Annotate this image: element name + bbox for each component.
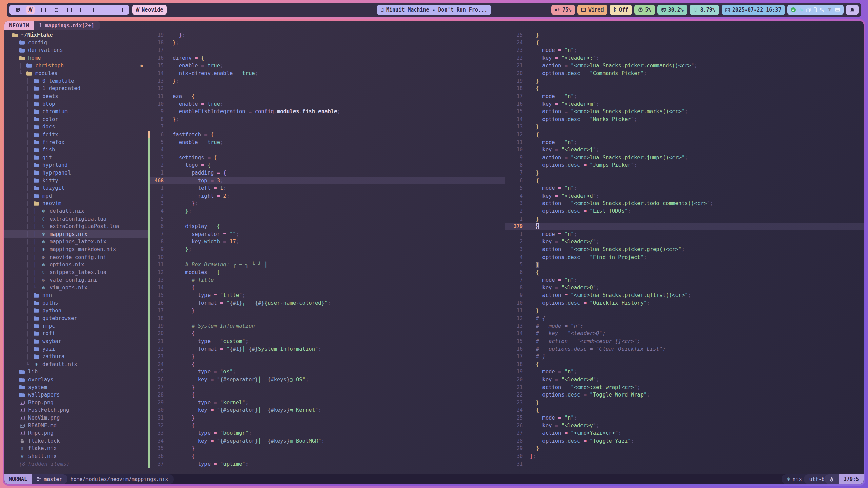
code-line[interactable]: 21 action = "<cmd>:set wrap!<cr>"; [505,383,864,391]
code-line[interactable]: 18 { [505,85,864,93]
code-line[interactable]: 19 } [505,77,864,85]
tab-mappings-nix[interactable]: 1 mappings.nix[2+] [34,21,100,30]
code-line[interactable]: 1 } [505,215,864,223]
code-line[interactable]: 14 { [148,284,505,292]
tree-item-derivations[interactable]: derivations [4,46,148,54]
tree-item-qutebrowser[interactable]: │qutebrowser [4,314,148,322]
tray-window-icon[interactable] [806,8,811,12]
code-line[interactable]: 23 } [148,353,505,361]
code-line[interactable]: 15 action = "<cmd>lua Snacks.picker.mark… [505,108,864,116]
code-line[interactable]: 7 [148,123,505,131]
code-line[interactable]: 29 type = "kernel"; [148,399,505,407]
code-line[interactable]: 31 [505,460,864,468]
tree-item-Btop.png[interactable]: Btop.png [4,399,148,407]
code-line[interactable]: 19 mode = "n"; [505,368,864,376]
tray-funnel-icon[interactable] [827,8,832,12]
code-line[interactable]: 11 # Box Drawing: ╭ ─ ╮ ╰ ╯ │ [148,261,505,269]
tree-item-rmpc[interactable]: │rmpc [4,322,148,330]
code-line[interactable]: 32 { [148,422,505,429]
code-line[interactable]: 23 } [505,399,864,407]
code-line[interactable]: 1 mode = "n"; [505,230,864,238]
tree-item-Rmpc.png[interactable]: Rmpc.png [4,429,148,437]
workspace-3-square-icon[interactable] [39,6,47,14]
tree-item-btop[interactable]: │btop [4,100,148,108]
tree-item-kitty[interactable]: │kitty [4,177,148,184]
code-line[interactable]: 37 type = "uptime"; [148,460,505,468]
tree-item-modules[interactable]: └modules [4,69,148,77]
code-line[interactable]: 20 key = "<leader>W"; [505,376,864,384]
tree-item-hyprland[interactable]: │hyprland [4,161,148,169]
workspace-switcher[interactable]: N [9,5,129,15]
tree-item-NeoVim.png[interactable]: NeoVim.png [4,414,148,422]
code-line[interactable]: 34 key = "{#separator}│ {#keys}▥ BootMGR… [148,437,505,445]
code-line[interactable]: 14 options.desc = "Marks Picker"; [505,116,864,123]
code-line[interactable]: 28 { [148,391,505,399]
code-line[interactable]: 18}; [148,39,505,47]
code-line[interactable]: 33 type = "bootmgr"; [148,429,505,437]
tree-item-extraConfigLua.lua[interactable]: ││☾extraConfigLua.lua [4,215,148,223]
tree-item-paths[interactable]: │paths [4,299,148,307]
code-line[interactable]: 24 { [505,406,864,414]
code-line[interactable]: 19 # System Information [148,322,505,330]
code-line[interactable]: 22 format = "{#1}│ {#}System Information… [148,345,505,353]
code-line[interactable]: 16 # options.desc = "Clear Quickfix List… [505,345,864,353]
code-line[interactable]: 8}; [148,116,505,123]
code-line[interactable]: 3 action = "<cmd>lua Snacks.picker.todo_… [505,200,864,207]
tree-item-vale_config.ini[interactable]: ││⚙vale_config.ini [4,276,148,284]
code-line[interactable]: 14 nix-direnv.enable = true; [148,69,505,77]
tree-item-fcitx[interactable]: │fcitx [4,131,148,139]
code-line[interactable]: 17 [148,46,505,54]
code-line[interactable]: 11eza = { [148,93,505,100]
code-line[interactable]: 11 mode = "n"; [505,138,864,146]
code-line[interactable]: 3 settings = { [148,154,505,162]
code-line[interactable]: 7 mode = "n"; [505,276,864,284]
code-line[interactable]: 10 key = "<leader>j"; [505,146,864,154]
code-line[interactable]: 22 key = "<leader>:"; [505,54,864,62]
code-line[interactable]: 16 format = "{#1}╭── {#}{user-name-color… [148,299,505,307]
code-line[interactable]: 2 key = "<leader>/"; [505,238,864,246]
code-line[interactable]: 10 [148,253,505,261]
code-line-current[interactable]: 468 top = 3; [148,177,505,184]
tree-item-mappings_latex.nix[interactable]: ││❄mappings_latex.nix [4,238,148,246]
tree-item-neovide_config.ini[interactable]: ││⚙neovide_config.ini [4,253,148,261]
code-line[interactable]: 8 key.width = 17; [148,238,505,246]
tree-item-yazi[interactable]: │yazi [4,345,148,353]
code-line[interactable]: 30]; [505,452,864,460]
tree-item-fish[interactable]: │fish [4,146,148,154]
tree-item-python[interactable]: │python [4,307,148,314]
workspace-8-square-icon[interactable] [104,6,112,14]
tree-item-git[interactable]: │git [4,154,148,162]
tree-item-mpd[interactable]: │mpd [4,192,148,200]
code-line[interactable]: 12 # { [505,314,864,322]
code-line[interactable]: 9 enableFishIntegration = config.modules… [148,108,505,116]
tree-item-1_deprecated[interactable]: │1_deprecated [4,85,148,93]
tree-item-neovim[interactable]: │neovim [4,200,148,207]
code-line[interactable]: 27 action = "<cmd>Yazi<cr>"; [505,429,864,437]
code-line[interactable]: 9 action = "<cmd>lua Snacks.picker.jumps… [505,154,864,162]
code-line[interactable]: 15 enable = true; [148,62,505,69]
code-line[interactable]: 18 { [505,361,864,368]
code-line[interactable]: 21 type = "custom"; [148,338,505,345]
tree-item-firefox[interactable]: │firefox [4,138,148,146]
code-line[interactable]: 31 } [148,414,505,422]
tree-item-README.md[interactable]: README.md [4,422,148,429]
tree-item-mappings.nix[interactable]: ││❄mappings.nix [4,230,148,238]
tree-item-zathura[interactable]: │zathura [4,353,148,361]
code-line[interactable]: 3 }; [148,200,505,207]
code-line[interactable]: 36 { [148,452,505,460]
tree-item-beets[interactable]: │beets [4,93,148,100]
code-line[interactable]: 13}; [148,77,505,85]
tree-item-FastFetch.png[interactable]: FastFetch.png [4,406,148,414]
code-line[interactable]: 25 mode = "n"; [505,414,864,422]
tree-item-0_template[interactable]: │0_template [4,77,148,85]
clock-module[interactable]: 2025-07-22 16:37 [722,5,785,15]
workspace-6-square-icon[interactable] [78,6,86,14]
code-line[interactable]: 1 left = 1; [148,184,505,192]
tree-item-color[interactable]: │color [4,116,148,123]
code-line[interactable]: 14 # key = "<leader>Q"; [505,330,864,338]
code-line[interactable]: 13 # mode = "n"; [505,322,864,330]
code-line[interactable]: 19 }; [148,31,505,39]
code-line[interactable]: 29 } [505,445,864,452]
tree-item-NixFlake[interactable]: ~/NixFlake [4,31,148,39]
code-line[interactable]: 26 key = "<leader>y"; [505,422,864,429]
